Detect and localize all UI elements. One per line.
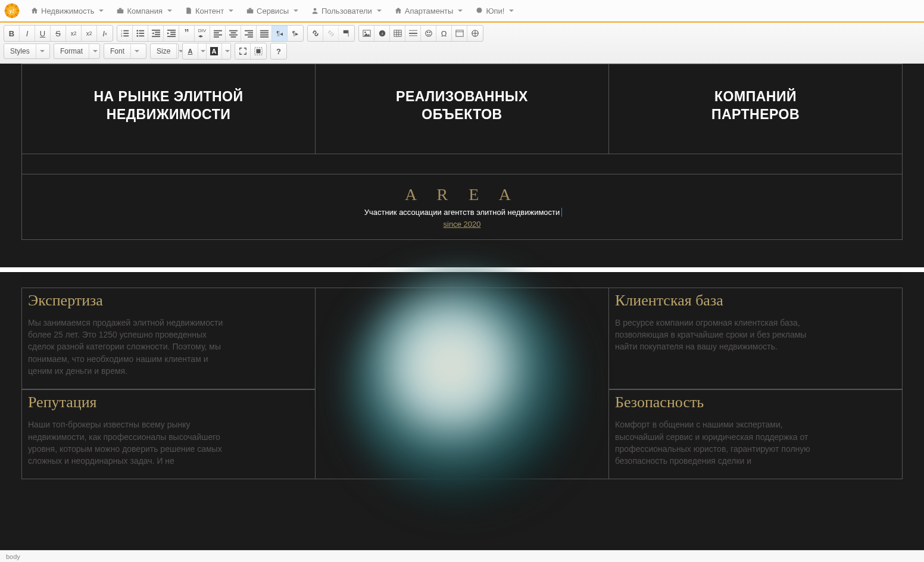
- stat-cell[interactable]: РЕАЛИЗОВАННЫХ ОБЪЕКТОВ: [316, 64, 609, 154]
- nav-users[interactable]: Пользователи: [305, 4, 388, 18]
- area-since: since 2020: [28, 220, 896, 229]
- showblocks-button[interactable]: [251, 43, 266, 59]
- svg-rect-39: [229, 30, 238, 32]
- svg-rect-8: [119, 8, 122, 10]
- nav-content[interactable]: Контент: [179, 4, 239, 18]
- iframe-button[interactable]: [452, 26, 467, 41]
- svg-rect-22: [139, 33, 144, 34]
- strike-button[interactable]: S: [51, 26, 66, 41]
- specialchar-button[interactable]: Ω: [436, 26, 452, 41]
- stat-cell[interactable]: КОМПАНИЙ ПАРТНЕРОВ: [609, 64, 903, 154]
- link-button[interactable]: [308, 26, 323, 41]
- nav-apartments[interactable]: Апартаменты: [389, 4, 469, 18]
- nav-label: Сервисы: [257, 7, 289, 15]
- help-button[interactable]: ?: [271, 43, 286, 59]
- indent-button[interactable]: [164, 26, 179, 41]
- info-grid: Экспертиза Мы занимаемся продажей элитно…: [21, 288, 903, 480]
- bold-button[interactable]: B: [4, 26, 20, 41]
- svg-rect-38: [214, 36, 219, 38]
- svg-rect-44: [248, 32, 253, 33]
- briefcase-icon: [246, 7, 254, 14]
- svg-rect-26: [155, 32, 160, 33]
- numbered-list-button[interactable]: 123: [117, 26, 133, 41]
- underline-button[interactable]: U: [35, 26, 51, 41]
- bg-color-button[interactable]: A: [207, 43, 222, 59]
- unlink-button[interactable]: [323, 26, 339, 41]
- nav-yupi[interactable]: Юпи!: [470, 4, 520, 18]
- remove-format-button[interactable]: Ix: [97, 26, 113, 41]
- hr-button[interactable]: [405, 26, 421, 41]
- smiley-button[interactable]: [421, 26, 436, 41]
- styles-select[interactable]: Styles: [4, 43, 50, 59]
- svg-rect-63: [409, 30, 417, 31]
- text-color-button[interactable]: A: [183, 43, 198, 59]
- format-select[interactable]: Format: [54, 43, 100, 59]
- size-select[interactable]: Size: [150, 43, 179, 59]
- app-logo: y!: [4, 2, 20, 19]
- svg-rect-46: [248, 36, 253, 38]
- card-clients[interactable]: Клиентская база В ресурсе компании огром…: [609, 288, 903, 389]
- nav-label: Апартаменты: [405, 7, 454, 15]
- bg-color-dd[interactable]: [222, 43, 230, 59]
- svg-rect-28: [155, 34, 160, 35]
- stat-cell[interactable]: НА РЫНКЕ ЭЛИТНОЙ НЕДВИЖИМОСТИ: [22, 64, 316, 154]
- bullet-list-button[interactable]: [133, 26, 148, 41]
- div-button[interactable]: DIV◂▸: [195, 26, 210, 41]
- caret-icon: [229, 10, 233, 12]
- table-button[interactable]: [390, 26, 405, 41]
- nav-realestate[interactable]: Недвижимость: [25, 4, 110, 18]
- rtl-button[interactable]: ¶▸: [288, 26, 303, 41]
- svg-point-68: [429, 32, 430, 33]
- nav-label: Пользователи: [321, 7, 372, 15]
- editor-content[interactable]: НА РЫНКЕ ЭЛИТНОЙ НЕДВИЖИМОСТИ РЕАЛИЗОВАН…: [0, 64, 924, 552]
- svg-rect-64: [409, 33, 417, 34]
- font-select[interactable]: Font: [104, 43, 146, 59]
- stat-line: КОМПАНИЙ: [621, 88, 890, 106]
- home-icon: [31, 7, 38, 14]
- pagebreak-button[interactable]: [467, 26, 483, 41]
- stats-table: НА РЫНКЕ ЭЛИТНОЙ НЕДВИЖИМОСТИ РЕАЛИЗОВАН…: [21, 64, 903, 240]
- nav-services[interactable]: Сервисы: [241, 4, 304, 18]
- stat-line: РЕАЛИЗОВАННЫХ: [327, 88, 597, 106]
- svg-rect-45: [245, 35, 253, 36]
- outdent-button[interactable]: [148, 26, 164, 41]
- align-left-button[interactable]: [210, 26, 226, 41]
- italic-button[interactable]: I: [20, 26, 35, 41]
- svg-rect-24: [139, 36, 144, 37]
- center-image-cell[interactable]: [316, 288, 609, 479]
- caret-icon: [99, 10, 104, 12]
- image-button[interactable]: [359, 26, 374, 41]
- home-icon: [395, 7, 402, 14]
- align-right-button[interactable]: [241, 26, 257, 41]
- anchor-button[interactable]: [339, 26, 354, 41]
- superscript-button[interactable]: x2: [82, 26, 97, 41]
- caret-icon: [458, 10, 463, 12]
- svg-rect-52: [348, 30, 349, 37]
- area-cell[interactable]: A R E A Участник ассоциации агентств эли…: [22, 174, 903, 239]
- card-reputation[interactable]: Репутация Наши топ-брокеры известны всем…: [22, 390, 316, 479]
- svg-rect-40: [230, 32, 236, 33]
- nav-company[interactable]: Компания: [111, 4, 178, 18]
- subscript-button[interactable]: x2: [66, 26, 82, 41]
- stat-line: ОБЪЕКТОВ: [327, 106, 597, 124]
- align-center-button[interactable]: [226, 26, 241, 41]
- card-title: Клиентская база: [615, 292, 896, 310]
- svg-rect-49: [260, 35, 269, 36]
- ltr-button[interactable]: ¶◂: [272, 26, 288, 41]
- caret-icon: [294, 10, 298, 12]
- text-color-dd[interactable]: [198, 43, 207, 59]
- caret-icon: [377, 10, 382, 12]
- svg-point-23: [136, 35, 138, 37]
- svg-point-19: [136, 30, 138, 32]
- file-icon: [185, 7, 192, 14]
- maximize-button[interactable]: [235, 43, 251, 59]
- card-safety[interactable]: Безопасность Комфорт в общении с нашими …: [609, 390, 903, 479]
- svg-marker-27: [152, 32, 154, 35]
- svg-rect-35: [214, 30, 222, 32]
- align-justify-button[interactable]: [257, 26, 272, 41]
- flash-button[interactable]: f: [374, 26, 390, 41]
- card-expertise[interactable]: Экспертиза Мы занимаемся продажей элитно…: [22, 288, 316, 389]
- spacer-cell[interactable]: [22, 154, 903, 174]
- svg-rect-9: [247, 10, 254, 14]
- blockquote-button[interactable]: ”: [179, 26, 195, 41]
